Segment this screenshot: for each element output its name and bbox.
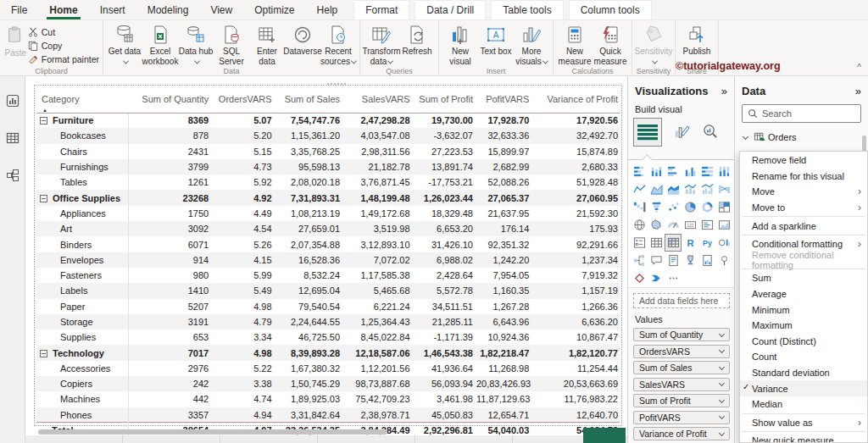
collapse-ribbon-icon[interactable]: ^ [857, 63, 861, 72]
field-pill-sum-of-sales[interactable]: Sum of Sales [633, 361, 730, 374]
visual-line-clustered-column-icon[interactable] [698, 180, 715, 198]
new-visual-button[interactable]: New visual [442, 22, 478, 66]
chevron-down-icon[interactable] [719, 429, 725, 435]
collapse-icon[interactable] [40, 350, 47, 357]
visual-arcgis-icon[interactable] [715, 252, 732, 269]
field-pill-ordersvars[interactable]: OrdersVARS [633, 345, 730, 358]
column-header-category[interactable]: Category▲ [36, 91, 129, 113]
column-header-sum-of-quantity[interactable]: Sum of Quantity [129, 91, 211, 113]
menu-item-show-value-as[interactable]: Show value as› [740, 415, 867, 431]
visual-paginated-report-icon[interactable] [698, 252, 715, 269]
visual-clustered-bar-icon[interactable] [665, 163, 682, 180]
table-row[interactable]: Envelopes9144.1516,528.367,072.026,988.0… [36, 252, 620, 268]
column-header-ordersvars[interactable]: OrdersVARS [210, 91, 273, 113]
column-header-salesvars[interactable]: SalesVARS [342, 91, 411, 113]
format-visual-mode-button[interactable] [674, 124, 690, 141]
visual-donut-icon[interactable] [698, 198, 715, 216]
table-row[interactable]: Binders60715.262,07,354.883,12,893.1031,… [36, 236, 620, 252]
visual-100-stacked-column-icon[interactable] [715, 163, 732, 180]
collapse-visualizations-icon[interactable]: » [721, 85, 727, 97]
tab-optimize[interactable]: Optimize [243, 0, 305, 19]
collapse-icon[interactable] [40, 195, 47, 202]
chevron-down-icon[interactable] [743, 133, 748, 139]
table-row[interactable]: Accessories29765.221,67,380.321,12,201.5… [36, 361, 620, 376]
tab-view[interactable]: View [199, 0, 243, 19]
excel-workbook-button[interactable]: Excel workbook [142, 22, 178, 66]
quick-measure-button[interactable]: Quick measure [593, 22, 628, 66]
dataverse-button[interactable]: Dataverse [285, 22, 320, 57]
visual-power-automate-icon[interactable] [648, 269, 665, 287]
menu-item-rename-for-this-visual[interactable]: Rename for this visual [740, 169, 867, 185]
horizontal-scrollbar[interactable] [38, 429, 387, 435]
visual-stacked-area-icon[interactable] [665, 180, 682, 198]
menu-item-count[interactable]: Count [740, 349, 867, 365]
menu-item-sum[interactable]: Sum [740, 270, 867, 286]
report-view-button[interactable] [0, 88, 25, 114]
visual-r-script-icon[interactable]: R [682, 234, 698, 252]
model-view-button[interactable] [0, 163, 25, 188]
menu-item-new-quick-measure[interactable]: New quick measure [740, 433, 867, 443]
visual-line-stacked-column-icon[interactable] [682, 180, 698, 198]
table-row[interactable]: Fasteners9805.998,532.241,17,585.382,428… [36, 268, 620, 283]
recent-sources-button[interactable]: Recent sources [320, 22, 356, 66]
table-row[interactable]: Phones33574.943,31,842.642,38,978.7145,0… [36, 407, 620, 423]
menu-item-standard-deviation[interactable]: Standard deviation [740, 365, 867, 381]
table-row[interactable]: Labels14105.4912,695.045,465.685,572.781… [36, 283, 620, 298]
tab-column-tools[interactable]: Column tools [569, 0, 652, 19]
visual-100-stacked-bar-icon[interactable] [698, 163, 715, 180]
new-measure-button[interactable]: New measure [557, 22, 593, 66]
column-header-pofitvars[interactable]: PofitVARS [475, 91, 531, 113]
sql-server-button[interactable]: SQL Server [214, 22, 249, 66]
menu-item-move-to[interactable]: Move to› [740, 200, 867, 216]
tab-help[interactable]: Help [306, 0, 349, 19]
more-visuals-button[interactable]: More visuals [514, 22, 549, 66]
chevron-down-icon[interactable] [719, 363, 725, 369]
collapse-data-pane-icon[interactable]: » [855, 85, 861, 97]
visual-card-icon[interactable]: 123 [682, 216, 698, 234]
publish-button[interactable]: Publish [679, 22, 715, 57]
column-header-sum-of-profit[interactable]: Sum of Profit [412, 91, 475, 113]
tab-table-tools[interactable]: Table tools [491, 0, 563, 19]
tab-insert[interactable]: Insert [89, 0, 136, 19]
visual-treemap-icon[interactable] [715, 198, 732, 216]
paste-button[interactable]: Paste [3, 22, 28, 58]
table-row[interactable]: Art30924.5427,659.013,519.986,653.20176.… [36, 221, 620, 236]
table-row[interactable]: Chairs24315.153,35,768.252,98,311.5627,2… [36, 144, 620, 159]
copy-button[interactable]: Copy [28, 39, 99, 53]
visual-decomposition-tree-icon[interactable] [631, 252, 648, 269]
analytics-mode-button[interactable] [702, 124, 718, 141]
visual-waterfall-icon[interactable] [631, 198, 648, 216]
visual-clustered-column-icon[interactable] [682, 163, 698, 180]
table-row[interactable]: Machines4424.741,89,925.0375,42,709.233,… [36, 391, 620, 407]
visual-python-icon[interactable]: Py [698, 234, 715, 252]
refresh-button[interactable]: Refresh [399, 22, 435, 57]
chevron-down-icon[interactable] [719, 396, 725, 402]
column-header-variance-of-profit[interactable]: Variance of Profit [531, 91, 620, 113]
table-row[interactable]: Furnishings37994.7395,598.1321,182.7813,… [36, 159, 620, 174]
visual-slicer-icon[interactable] [631, 234, 648, 252]
visual-kpi-icon[interactable] [715, 216, 732, 234]
visual-smart-narrative-icon[interactable] [665, 252, 682, 269]
visual-qa-icon[interactable] [648, 252, 665, 269]
table-row[interactable]: Bookcases8785.201,15,361.204,03,547.08-3… [36, 128, 620, 143]
menu-item-variance[interactable]: ✓Variance [740, 380, 867, 396]
visual-filled-map-icon[interactable] [648, 216, 665, 234]
field-pill-variance-of-profit[interactable]: Variance of Profit [633, 427, 730, 440]
tab-home[interactable]: Home [38, 0, 88, 19]
search-input[interactable]: Search [742, 104, 861, 123]
enter-data-button[interactable]: Enter data [249, 22, 285, 66]
visual-area-icon[interactable] [648, 180, 665, 198]
visual-power-apps-icon[interactable] [631, 269, 648, 287]
visual-gauge-icon[interactable] [665, 216, 682, 234]
visual-map-icon[interactable] [631, 216, 648, 234]
visual-line-icon[interactable] [631, 180, 648, 198]
visual-multi-row-card-icon[interactable] [698, 216, 715, 234]
column-header-sum-of-sales[interactable]: Sum of Sales [274, 91, 342, 113]
menu-item-median[interactable]: Median [740, 396, 867, 413]
chevron-down-icon[interactable] [719, 330, 725, 336]
chevron-down-icon[interactable] [719, 413, 725, 419]
table-row[interactable]: Appliances17504.491,08,213.191,49,172.68… [36, 206, 620, 221]
tab-format[interactable]: Format [353, 0, 409, 19]
chevron-down-icon[interactable] [719, 380, 725, 386]
field-pill-sum-of-quantity[interactable]: Sum of Quantity [633, 328, 730, 341]
